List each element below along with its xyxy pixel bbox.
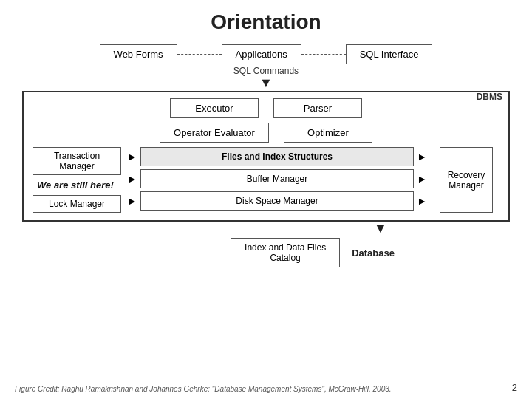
operator-evaluator-box: Operator Evaluator	[160, 123, 269, 143]
executor-box: Executor	[170, 98, 259, 118]
arrow-left-buffer: ►	[127, 173, 137, 185]
executor-parser-row: Executor Parser	[33, 98, 499, 118]
arrow-to-dbms: ▼	[0, 76, 532, 89]
dbms-bottom-section: Transaction Manager We are still here! L…	[33, 147, 499, 213]
index-catalog-box: Index and Data Files Catalog	[231, 238, 340, 267]
dbms-label: DBMS	[475, 92, 504, 102]
sql-commands-label: SQL Commands	[233, 66, 299, 76]
disk-space-manager-box: Disk Space Manager	[140, 191, 414, 211]
we-are-text: We are still here!	[33, 178, 121, 192]
connector-1	[177, 54, 222, 55]
disk-space-row: ► Disk Space Manager ►	[127, 191, 427, 211]
arrow-left-disk: ►	[127, 195, 137, 207]
recovery-manager-box: Recovery Manager	[440, 147, 494, 213]
op-eval-optimizer-row: Operator Evaluator Optimizer	[33, 123, 499, 143]
arrow-to-index: ▼	[229, 222, 532, 235]
middle-column: ► Files and Index Structures ► ► Buffer …	[127, 147, 427, 213]
dbms-outer-box: DBMS Executor Parser Operator Evaluator …	[22, 91, 510, 222]
files-index-row: ► Files and Index Structures ►	[127, 147, 427, 166]
web-forms-box: Web Forms	[100, 44, 177, 64]
sql-interface-box: SQL Interface	[346, 44, 433, 64]
database-label: Database	[352, 248, 395, 259]
arrow-right-buffer: ►	[417, 173, 427, 185]
arrow-right-disk: ►	[417, 195, 427, 207]
left-column: Transaction Manager We are still here! L…	[33, 147, 121, 213]
right-column: Recovery Manager	[433, 147, 499, 213]
files-index-box: Files and Index Structures	[140, 147, 414, 166]
transaction-manager-box: Transaction Manager	[33, 147, 121, 175]
connector-2	[301, 54, 346, 55]
arrow-left-files: ►	[127, 151, 137, 163]
applications-box: Applications	[222, 44, 301, 64]
bottom-section: Index and Data Files Catalog Database	[22, 238, 510, 267]
parser-box: Parser	[273, 98, 362, 118]
buffer-manager-row: ► Buffer Manager ►	[127, 169, 427, 188]
page-title: Orientation	[0, 0, 532, 41]
figure-credit: Figure Credit: Raghu Ramakrishnan and Jo…	[15, 385, 392, 393]
sql-commands-row: SQL Commands	[0, 66, 532, 76]
page-number: 2	[512, 382, 517, 393]
top-boxes-row: Web Forms Applications SQL Interface	[0, 44, 532, 64]
lock-manager-box: Lock Manager	[33, 195, 121, 213]
arrow-right-files: ►	[417, 151, 427, 163]
buffer-manager-box: Buffer Manager	[140, 169, 414, 188]
optimizer-box: Optimizer	[284, 123, 372, 143]
